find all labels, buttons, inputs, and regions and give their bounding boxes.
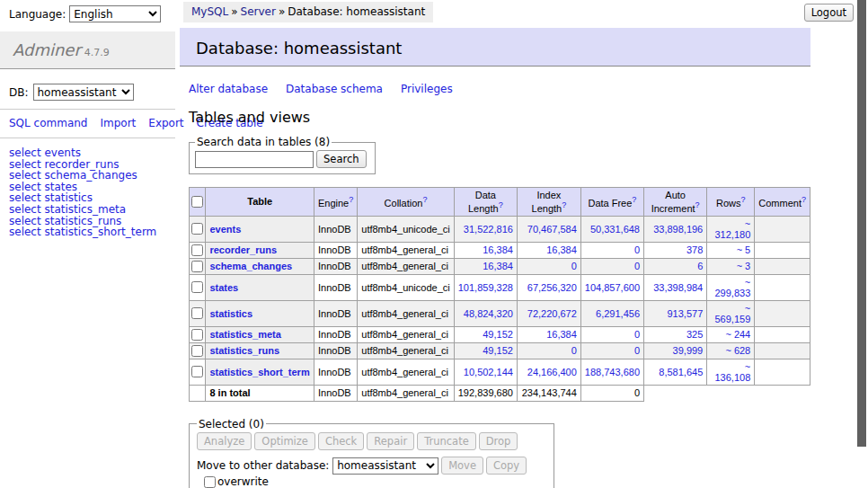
row-select-checkbox[interactable] [191,261,203,272]
sidebar-action-link[interactable]: Export [148,117,183,129]
auto-increment-link[interactable]: 33,398,984 [653,282,703,293]
data-length-link[interactable]: 49,152 [483,345,513,356]
copy-button[interactable]: Copy [486,457,527,475]
table-link[interactable]: states [209,282,238,293]
rows-link[interactable]: ~ 628 [725,345,750,356]
auto-increment-link[interactable]: 39,999 [673,345,704,356]
move-button[interactable]: Move [441,457,483,475]
data-free-link[interactable]: 0 [634,261,640,271]
cell-collation: utf8mb4_general_ci [358,326,454,342]
selected-action-button[interactable]: Check [318,432,364,450]
column-help-link[interactable]: ? [422,195,427,204]
data-length-link[interactable]: 31,522,816 [464,224,513,235]
data-free-link[interactable]: 104,857,600 [585,282,640,293]
index-length-link[interactable]: 0 [571,345,577,356]
row-select-checkbox[interactable] [191,345,203,357]
data-length-link[interactable]: 101,859,328 [458,282,513,293]
database-action-link[interactable]: Database schema [286,83,383,95]
data-free-link[interactable]: 0 [634,244,640,255]
language-label: Language: [9,8,66,21]
auto-increment-link[interactable]: 6 [697,261,703,271]
selected-action-button[interactable]: Repair [367,432,414,450]
auto-increment-link[interactable]: 378 [686,244,703,255]
row-select-checkbox[interactable] [191,366,203,377]
table-link[interactable]: statistics_short_term [209,367,309,377]
data-length-link[interactable]: 49,152 [483,329,513,340]
index-length-link[interactable]: 67,256,320 [527,282,577,293]
logout-button[interactable]: Logout [804,4,854,22]
table-link[interactable]: schema_changes [209,261,292,271]
data-free-link[interactable]: 50,331,648 [590,224,640,235]
cell-engine: InnoDB [314,326,357,342]
data-free-link[interactable]: 0 [634,329,640,340]
column-help-link[interactable]: ? [695,200,700,209]
rows-link[interactable]: ~ 3 [737,261,751,271]
rows-link[interactable]: ~ 136,108 [714,361,750,383]
row-select-checkbox[interactable] [191,244,203,256]
row-select-checkbox[interactable] [191,307,203,319]
index-length-link[interactable]: 72,220,672 [527,308,577,319]
overwrite-checkbox[interactable] [204,476,216,488]
breadcrumb-server-link[interactable]: Server [241,5,276,18]
selected-action-button[interactable]: Drop [479,432,518,450]
total-cell-check [190,385,206,401]
data-length-link[interactable]: 16,384 [483,261,513,271]
selected-action-button[interactable]: Analyze [197,432,252,450]
search-input[interactable] [195,151,314,168]
selected-action-button[interactable]: Truncate [417,432,476,450]
table-row: states InnoDB utf8mb4_unicode_ci 101,859… [190,274,810,300]
index-length-link[interactable]: 16,384 [546,244,577,255]
auto-increment-link[interactable]: 8,581,645 [659,367,703,377]
db-select[interactable]: homeassistant [33,84,134,101]
table-link[interactable]: events [209,224,241,235]
data-free-link[interactable]: 0 [634,345,640,356]
auto-increment-link[interactable]: 325 [686,329,703,340]
data-free-link[interactable]: 6,291,456 [596,308,640,319]
table-link[interactable]: statistics_meta [209,329,281,340]
auto-increment-link[interactable]: 33,898,196 [653,224,703,235]
rows-link[interactable]: ~ 312,180 [714,218,750,240]
scrollbar-track[interactable] [855,0,868,488]
index-length-link[interactable]: 16,384 [546,329,577,340]
cell-check [190,242,206,258]
row-select-checkbox[interactable] [191,329,203,341]
column-help-link[interactable]: ? [499,200,503,209]
language-select[interactable]: English [69,5,161,22]
sidebar-action-link[interactable]: Import [100,117,136,129]
scrollbar-thumb[interactable] [857,0,866,447]
select-all-checkbox[interactable] [191,196,203,208]
selected-action-button[interactable]: Optimize [254,432,315,450]
column-help-link[interactable]: ? [802,195,806,204]
index-length-link[interactable]: 0 [571,261,577,271]
column-help-link[interactable]: ? [632,195,636,204]
move-database-select[interactable]: homeassistant [332,457,438,475]
data-free-link[interactable]: 188,743,680 [585,367,640,377]
page-title: Database: homeassistant [180,28,810,67]
table-link[interactable]: statistics_runs [209,345,279,356]
breadcrumb-server-type-link[interactable]: MySQL [191,5,228,18]
rows-link[interactable]: ~ 5 [737,244,751,255]
data-length-link[interactable]: 48,824,320 [464,308,513,319]
rows-link[interactable]: ~ 299,833 [714,277,750,298]
database-action-link[interactable]: Alter database [189,83,268,95]
data-length-link[interactable]: 10,502,144 [464,367,513,377]
column-help-link[interactable]: ? [562,200,566,209]
index-length-link[interactable]: 70,467,584 [527,224,577,235]
row-select-checkbox[interactable] [191,223,203,235]
header-cell: Auto Increment? [644,188,707,217]
table-link[interactable]: recorder_runs [209,244,277,255]
data-length-link[interactable]: 16,384 [483,244,513,255]
search-button[interactable]: Search [316,150,367,168]
rows-link[interactable]: ~ 569,159 [714,303,750,324]
cell-rows: ~ 3 [707,258,755,274]
index-length-link[interactable]: 24,166,400 [527,367,577,377]
rows-link[interactable]: ~ 244 [725,329,750,340]
table-link[interactable]: statistics [209,308,252,319]
column-help-link[interactable]: ? [741,195,746,204]
row-select-checkbox[interactable] [191,281,203,293]
select-table-link[interactable]: select statistics_short_term [9,226,156,238]
database-action-link[interactable]: Privileges [401,83,453,95]
column-help-link[interactable]: ? [349,195,353,204]
auto-increment-link[interactable]: 913,577 [667,308,703,319]
sidebar-action-link[interactable]: SQL command [9,117,87,129]
